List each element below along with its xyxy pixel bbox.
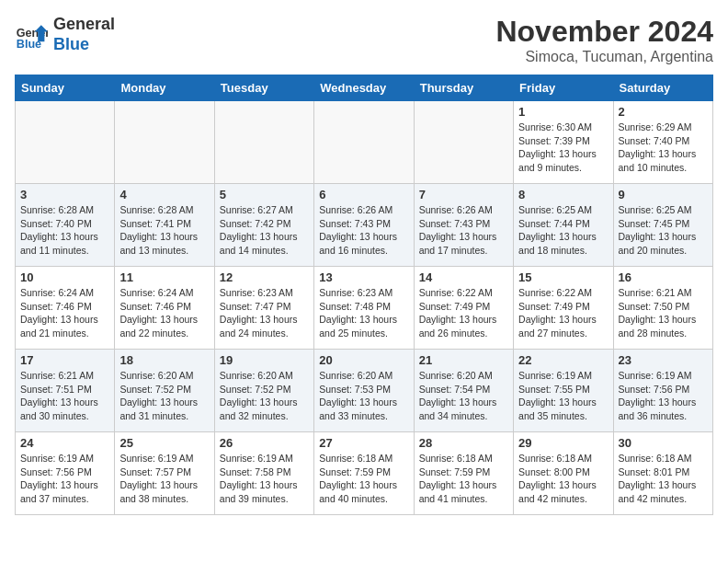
day-number: 28 (419, 436, 508, 450)
day-number: 21 (419, 353, 508, 367)
day-number: 12 (220, 270, 309, 284)
calendar-cell: 20Sunrise: 6:20 AM Sunset: 7:53 PM Dayli… (314, 350, 414, 432)
day-number: 17 (20, 353, 109, 367)
day-info: Sunrise: 6:19 AM Sunset: 7:56 PM Dayligh… (20, 452, 109, 506)
calendar-cell: 13Sunrise: 6:23 AM Sunset: 7:48 PM Dayli… (314, 267, 414, 350)
day-number: 16 (619, 270, 708, 284)
day-info: Sunrise: 6:20 AM Sunset: 7:54 PM Dayligh… (419, 369, 508, 423)
calendar-cell: 10Sunrise: 6:24 AM Sunset: 7:46 PM Dayli… (16, 267, 115, 350)
day-number: 19 (220, 353, 309, 367)
day-info: Sunrise: 6:18 AM Sunset: 8:01 PM Dayligh… (619, 452, 708, 506)
day-number: 1 (518, 105, 608, 119)
calendar-cell: 28Sunrise: 6:18 AM Sunset: 7:59 PM Dayli… (414, 432, 513, 515)
calendar-cell (16, 101, 115, 184)
calendar-cell (314, 101, 414, 184)
calendar-table: SundayMondayTuesdayWednesdayThursdayFrid… (15, 75, 713, 515)
calendar-cell: 18Sunrise: 6:20 AM Sunset: 7:52 PM Dayli… (115, 350, 214, 432)
day-number: 15 (518, 270, 608, 284)
calendar-cell: 14Sunrise: 6:22 AM Sunset: 7:49 PM Dayli… (414, 267, 513, 350)
header-day-wednesday: Wednesday (314, 75, 414, 101)
calendar-cell: 5Sunrise: 6:27 AM Sunset: 7:42 PM Daylig… (214, 184, 313, 267)
day-number: 23 (619, 353, 708, 367)
calendar-cell: 12Sunrise: 6:23 AM Sunset: 7:47 PM Dayli… (214, 267, 313, 350)
day-number: 25 (119, 436, 209, 450)
week-row-2: 3Sunrise: 6:28 AM Sunset: 7:40 PM Daylig… (16, 184, 713, 267)
day-number: 24 (20, 436, 109, 450)
logo: General Blue General Blue (15, 15, 115, 54)
header-day-friday: Friday (514, 75, 613, 101)
calendar-cell: 7Sunrise: 6:26 AM Sunset: 7:43 PM Daylig… (414, 184, 513, 267)
calendar-cell: 16Sunrise: 6:21 AM Sunset: 7:50 PM Dayli… (613, 267, 712, 350)
day-number: 8 (518, 188, 608, 201)
week-row-3: 10Sunrise: 6:24 AM Sunset: 7:46 PM Dayli… (16, 267, 713, 350)
day-info: Sunrise: 6:25 AM Sunset: 7:44 PM Dayligh… (518, 203, 608, 258)
day-info: Sunrise: 6:24 AM Sunset: 7:46 PM Dayligh… (20, 286, 109, 340)
day-info: Sunrise: 6:18 AM Sunset: 7:59 PM Dayligh… (419, 452, 508, 506)
day-info: Sunrise: 6:19 AM Sunset: 7:56 PM Dayligh… (619, 369, 708, 423)
day-info: Sunrise: 6:26 AM Sunset: 7:43 PM Dayligh… (319, 203, 408, 258)
day-number: 7 (419, 188, 508, 201)
calendar-cell: 29Sunrise: 6:18 AM Sunset: 8:00 PM Dayli… (514, 432, 613, 515)
day-info: Sunrise: 6:19 AM Sunset: 7:58 PM Dayligh… (220, 452, 309, 506)
day-info: Sunrise: 6:20 AM Sunset: 7:52 PM Dayligh… (220, 369, 309, 423)
day-number: 11 (119, 270, 209, 284)
day-number: 26 (220, 436, 309, 450)
calendar-cell: 8Sunrise: 6:25 AM Sunset: 7:44 PM Daylig… (514, 184, 613, 267)
calendar-cell: 17Sunrise: 6:21 AM Sunset: 7:51 PM Dayli… (16, 350, 115, 432)
calendar-cell: 11Sunrise: 6:24 AM Sunset: 7:46 PM Dayli… (115, 267, 214, 350)
header-day-saturday: Saturday (613, 75, 712, 101)
day-info: Sunrise: 6:24 AM Sunset: 7:46 PM Dayligh… (119, 286, 209, 340)
day-info: Sunrise: 6:20 AM Sunset: 7:52 PM Dayligh… (119, 369, 209, 423)
day-number: 4 (119, 188, 209, 201)
day-info: Sunrise: 6:28 AM Sunset: 7:40 PM Dayligh… (20, 203, 109, 258)
header-day-monday: Monday (115, 75, 214, 101)
page-header: General Blue General Blue November 2024 … (15, 15, 713, 65)
calendar-cell: 27Sunrise: 6:18 AM Sunset: 7:59 PM Dayli… (314, 432, 414, 515)
week-row-5: 24Sunrise: 6:19 AM Sunset: 7:56 PM Dayli… (16, 432, 713, 515)
calendar-cell (414, 101, 513, 184)
calendar-cell: 21Sunrise: 6:20 AM Sunset: 7:54 PM Dayli… (414, 350, 513, 432)
day-info: Sunrise: 6:27 AM Sunset: 7:42 PM Dayligh… (220, 203, 309, 258)
calendar-cell: 9Sunrise: 6:25 AM Sunset: 7:45 PM Daylig… (613, 184, 712, 267)
calendar-cell: 22Sunrise: 6:19 AM Sunset: 7:55 PM Dayli… (514, 350, 613, 432)
day-info: Sunrise: 6:21 AM Sunset: 7:51 PM Dayligh… (20, 369, 109, 423)
day-number: 5 (220, 188, 309, 201)
day-number: 29 (518, 436, 608, 450)
day-number: 27 (319, 436, 408, 450)
calendar-cell: 30Sunrise: 6:18 AM Sunset: 8:01 PM Dayli… (613, 432, 712, 515)
calendar-cell (214, 101, 313, 184)
day-info: Sunrise: 6:20 AM Sunset: 7:53 PM Dayligh… (319, 369, 408, 423)
calendar-cell: 25Sunrise: 6:19 AM Sunset: 7:57 PM Dayli… (115, 432, 214, 515)
month-title: November 2024 (495, 15, 713, 49)
logo-icon: General Blue (15, 18, 48, 52)
day-number: 22 (518, 353, 608, 367)
location-subtitle: Simoca, Tucuman, Argentina (495, 49, 713, 65)
day-info: Sunrise: 6:22 AM Sunset: 7:49 PM Dayligh… (518, 286, 608, 340)
day-info: Sunrise: 6:22 AM Sunset: 7:49 PM Dayligh… (419, 286, 508, 340)
day-number: 3 (20, 188, 109, 201)
calendar-body: 1Sunrise: 6:30 AM Sunset: 7:39 PM Daylig… (16, 101, 713, 515)
day-info: Sunrise: 6:21 AM Sunset: 7:50 PM Dayligh… (619, 286, 708, 340)
header-day-thursday: Thursday (414, 75, 513, 101)
logo-line2: Blue (53, 35, 115, 55)
calendar-cell: 2Sunrise: 6:29 AM Sunset: 7:40 PM Daylig… (613, 101, 712, 184)
day-info: Sunrise: 6:26 AM Sunset: 7:43 PM Dayligh… (419, 203, 508, 258)
day-number: 18 (119, 353, 209, 367)
calendar-cell (115, 101, 214, 184)
calendar-cell: 26Sunrise: 6:19 AM Sunset: 7:58 PM Dayli… (214, 432, 313, 515)
day-info: Sunrise: 6:18 AM Sunset: 8:00 PM Dayligh… (518, 452, 608, 506)
calendar-cell: 4Sunrise: 6:28 AM Sunset: 7:41 PM Daylig… (115, 184, 214, 267)
header-day-sunday: Sunday (16, 75, 115, 101)
day-info: Sunrise: 6:29 AM Sunset: 7:40 PM Dayligh… (619, 121, 708, 175)
calendar-cell: 1Sunrise: 6:30 AM Sunset: 7:39 PM Daylig… (514, 101, 613, 184)
calendar-cell: 6Sunrise: 6:26 AM Sunset: 7:43 PM Daylig… (314, 184, 414, 267)
day-number: 14 (419, 270, 508, 284)
header-day-tuesday: Tuesday (214, 75, 313, 101)
day-number: 2 (619, 105, 708, 119)
day-number: 10 (20, 270, 109, 284)
day-info: Sunrise: 6:25 AM Sunset: 7:45 PM Dayligh… (619, 203, 708, 258)
day-info: Sunrise: 6:23 AM Sunset: 7:48 PM Dayligh… (319, 286, 408, 340)
calendar-cell: 23Sunrise: 6:19 AM Sunset: 7:56 PM Dayli… (613, 350, 712, 432)
header-row: SundayMondayTuesdayWednesdayThursdayFrid… (16, 75, 713, 101)
logo-line1: General (53, 15, 115, 35)
